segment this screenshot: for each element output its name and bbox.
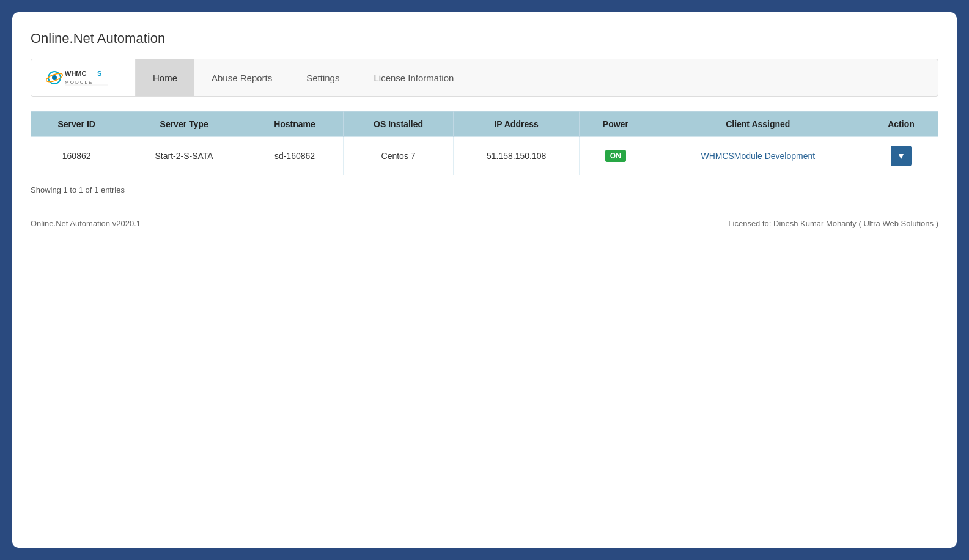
main-container: Online.Net Automation WHMC S MODULE Home… <box>12 12 957 548</box>
version-label: Online.Net Automation v2020.1 <box>31 219 141 228</box>
nav-logo: WHMC S MODULE <box>31 59 136 96</box>
col-header-server-type: Server Type <box>122 112 246 137</box>
table-row: 160862 Start-2-S-SATA sd-160862 Centos 7… <box>31 137 938 175</box>
col-header-action: Action <box>864 112 938 137</box>
cell-power: ON <box>580 137 652 175</box>
svg-text:MODULE: MODULE <box>65 79 93 85</box>
tab-license-information[interactable]: License Information <box>356 59 471 96</box>
license-label: Licensed to: Dinesh Kumar Mohanty ( Ultr… <box>728 219 938 228</box>
power-badge: ON <box>605 150 626 162</box>
chevron-down-icon: ▼ <box>897 151 905 161</box>
col-header-hostname: Hostname <box>246 112 343 137</box>
col-header-server-id: Server ID <box>31 112 122 137</box>
tab-settings[interactable]: Settings <box>289 59 356 96</box>
cell-ip-address: 51.158.150.108 <box>454 137 580 175</box>
cell-server-id: 160862 <box>31 137 122 175</box>
svg-text:WHMC: WHMC <box>65 70 86 77</box>
pagination-info: Showing 1 to 1 of 1 entries <box>31 185 938 194</box>
servers-table: Server ID Server Type Hostname OS Instal… <box>31 111 938 175</box>
svg-point-2 <box>52 75 57 80</box>
tab-abuse-reports[interactable]: Abuse Reports <box>194 59 289 96</box>
whmcs-logo-icon: WHMC S MODULE <box>43 65 123 90</box>
col-header-client-assigned: Client Assigned <box>652 112 864 137</box>
col-header-ip-address: IP Address <box>454 112 580 137</box>
cell-os-installed: Centos 7 <box>344 137 454 175</box>
action-dropdown-button[interactable]: ▼ <box>891 146 912 166</box>
cell-action: ▼ <box>864 137 938 175</box>
nav-bar: WHMC S MODULE Home Abuse Reports Setting… <box>31 59 938 97</box>
page-title: Online.Net Automation <box>31 31 938 46</box>
cell-server-type: Start-2-S-SATA <box>122 137 246 175</box>
client-assigned-link[interactable]: WHMCSModule Development <box>701 151 815 161</box>
col-header-power: Power <box>580 112 652 137</box>
tab-home[interactable]: Home <box>136 59 194 96</box>
svg-text:S: S <box>97 70 101 77</box>
col-header-os-installed: OS Installed <box>344 112 454 137</box>
table-header-row: Server ID Server Type Hostname OS Instal… <box>31 112 938 137</box>
footer: Online.Net Automation v2020.1 Licensed t… <box>31 219 938 228</box>
cell-hostname: sd-160862 <box>246 137 343 175</box>
nav-tabs: Home Abuse Reports Settings License Info… <box>136 59 471 96</box>
cell-client-assigned: WHMCSModule Development <box>652 137 864 175</box>
